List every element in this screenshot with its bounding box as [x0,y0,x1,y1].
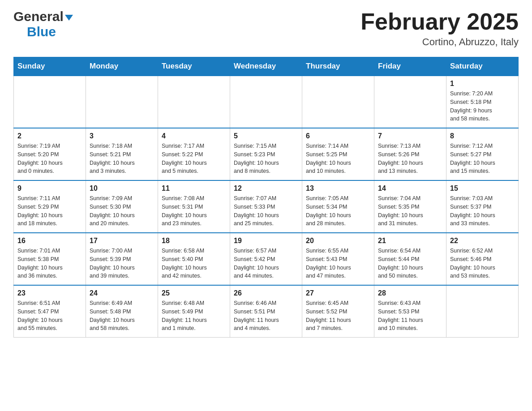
day-info: Sunrise: 7:09 AM Sunset: 5:30 PM Dayligh… [90,194,154,228]
calendar-cell: 3Sunrise: 7:18 AM Sunset: 5:21 PM Daylig… [86,128,158,180]
day-info: Sunrise: 7:12 AM Sunset: 5:27 PM Dayligh… [450,142,515,176]
day-info: Sunrise: 7:01 AM Sunset: 5:38 PM Dayligh… [17,247,82,280]
day-info: Sunrise: 7:13 AM Sunset: 5:26 PM Dayligh… [378,142,442,176]
calendar-cell: 19Sunrise: 6:57 AM Sunset: 5:42 PM Dayli… [230,233,302,285]
day-info: Sunrise: 6:49 AM Sunset: 5:48 PM Dayligh… [90,299,154,333]
calendar-cell [86,76,158,128]
day-info: Sunrise: 6:57 AM Sunset: 5:42 PM Dayligh… [234,247,298,280]
calendar-header-row: SundayMondayTuesdayWednesdayThursdayFrid… [14,57,519,76]
day-info: Sunrise: 7:00 AM Sunset: 5:39 PM Dayligh… [90,247,154,280]
calendar-cell: 10Sunrise: 7:09 AM Sunset: 5:30 PM Dayli… [86,180,158,233]
calendar-cell: 7Sunrise: 7:13 AM Sunset: 5:26 PM Daylig… [374,128,446,180]
day-info: Sunrise: 6:52 AM Sunset: 5:46 PM Dayligh… [450,247,515,280]
day-number: 6 [306,132,370,140]
calendar-week-row: 2Sunrise: 7:19 AM Sunset: 5:20 PM Daylig… [14,128,519,180]
calendar-cell: 21Sunrise: 6:54 AM Sunset: 5:44 PM Dayli… [374,233,446,285]
calendar-cell: 14Sunrise: 7:04 AM Sunset: 5:35 PM Dayli… [374,180,446,233]
calendar-table: SundayMondayTuesdayWednesdayThursdayFrid… [13,57,519,338]
day-info: Sunrise: 7:08 AM Sunset: 5:31 PM Dayligh… [162,194,226,228]
calendar-cell: 2Sunrise: 7:19 AM Sunset: 5:20 PM Daylig… [14,128,86,180]
calendar-cell: 16Sunrise: 7:01 AM Sunset: 5:38 PM Dayli… [14,233,86,285]
day-number: 7 [378,132,442,140]
calendar-title: February 2025 [360,9,519,34]
day-info: Sunrise: 7:19 AM Sunset: 5:20 PM Dayligh… [17,142,82,176]
day-info: Sunrise: 6:45 AM Sunset: 5:52 PM Dayligh… [306,299,370,333]
day-number: 9 [17,184,82,193]
day-number: 23 [17,289,82,297]
calendar-cell [158,76,230,128]
day-number: 18 [162,237,226,245]
calendar-week-row: 23Sunrise: 6:51 AM Sunset: 5:47 PM Dayli… [14,285,519,338]
day-info: Sunrise: 6:48 AM Sunset: 5:49 PM Dayligh… [162,299,226,333]
day-number: 8 [450,132,515,140]
day-info: Sunrise: 7:05 AM Sunset: 5:34 PM Dayligh… [306,194,370,228]
day-info: Sunrise: 6:43 AM Sunset: 5:53 PM Dayligh… [378,299,442,333]
day-info: Sunrise: 7:07 AM Sunset: 5:33 PM Dayligh… [234,194,298,228]
day-number: 12 [234,184,298,193]
day-of-week-header: Wednesday [230,57,302,76]
calendar-week-row: 16Sunrise: 7:01 AM Sunset: 5:38 PM Dayli… [14,233,519,285]
calendar-cell: 26Sunrise: 6:46 AM Sunset: 5:51 PM Dayli… [230,285,302,338]
day-info: Sunrise: 6:54 AM Sunset: 5:44 PM Dayligh… [378,247,442,280]
calendar-cell: 23Sunrise: 6:51 AM Sunset: 5:47 PM Dayli… [14,285,86,338]
calendar-cell [302,76,374,128]
day-info: Sunrise: 7:17 AM Sunset: 5:22 PM Dayligh… [162,142,226,176]
calendar-cell: 6Sunrise: 7:14 AM Sunset: 5:25 PM Daylig… [302,128,374,180]
day-number: 5 [234,132,298,140]
logo-blue-text: Blue [27,24,56,39]
day-of-week-header: Thursday [302,57,374,76]
calendar-cell: 1Sunrise: 7:20 AM Sunset: 5:18 PM Daylig… [446,76,519,128]
day-info: Sunrise: 6:51 AM Sunset: 5:47 PM Dayligh… [17,299,82,333]
calendar-cell: 17Sunrise: 7:00 AM Sunset: 5:39 PM Dayli… [86,233,158,285]
day-info: Sunrise: 6:46 AM Sunset: 5:51 PM Dayligh… [234,299,298,333]
day-number: 20 [306,237,370,245]
day-info: Sunrise: 7:14 AM Sunset: 5:25 PM Dayligh… [306,142,370,176]
calendar-subtitle: Cortino, Abruzzo, Italy [360,36,519,48]
calendar-cell: 24Sunrise: 6:49 AM Sunset: 5:48 PM Dayli… [86,285,158,338]
calendar-cell: 15Sunrise: 7:03 AM Sunset: 5:37 PM Dayli… [446,180,519,233]
day-number: 4 [162,132,226,140]
day-info: Sunrise: 7:18 AM Sunset: 5:21 PM Dayligh… [90,142,154,176]
day-info: Sunrise: 6:58 AM Sunset: 5:40 PM Dayligh… [162,247,226,280]
day-info: Sunrise: 7:20 AM Sunset: 5:18 PM Dayligh… [450,90,515,123]
day-number: 2 [17,132,82,140]
calendar-week-row: 1Sunrise: 7:20 AM Sunset: 5:18 PM Daylig… [14,76,519,128]
calendar-cell [230,76,302,128]
day-number: 13 [306,184,370,193]
day-number: 26 [234,289,298,297]
day-number: 21 [378,237,442,245]
logo-general-text: General [13,9,64,24]
day-number: 25 [162,289,226,297]
calendar-week-row: 9Sunrise: 7:11 AM Sunset: 5:29 PM Daylig… [14,180,519,233]
calendar-cell: 27Sunrise: 6:45 AM Sunset: 5:52 PM Dayli… [302,285,374,338]
day-info: Sunrise: 7:15 AM Sunset: 5:23 PM Dayligh… [234,142,298,176]
day-number: 19 [234,237,298,245]
day-info: Sunrise: 7:03 AM Sunset: 5:37 PM Dayligh… [450,194,515,228]
day-info: Sunrise: 7:04 AM Sunset: 5:35 PM Dayligh… [378,194,442,228]
calendar-cell [374,76,446,128]
day-number: 3 [90,132,154,140]
calendar-cell [14,76,86,128]
day-number: 14 [378,184,442,193]
calendar-cell: 13Sunrise: 7:05 AM Sunset: 5:34 PM Dayli… [302,180,374,233]
calendar-cell: 28Sunrise: 6:43 AM Sunset: 5:53 PM Dayli… [374,285,446,338]
day-number: 28 [378,289,442,297]
day-number: 16 [17,237,82,245]
day-info: Sunrise: 6:55 AM Sunset: 5:43 PM Dayligh… [306,247,370,280]
day-number: 10 [90,184,154,193]
calendar-cell: 20Sunrise: 6:55 AM Sunset: 5:43 PM Dayli… [302,233,374,285]
day-number: 11 [162,184,226,193]
day-of-week-header: Tuesday [158,57,230,76]
day-of-week-header: Monday [86,57,158,76]
calendar-cell: 18Sunrise: 6:58 AM Sunset: 5:40 PM Dayli… [158,233,230,285]
day-number: 17 [90,237,154,245]
page-header: General Blue February 2025 Cortino, Abru… [13,9,519,48]
calendar-cell: 25Sunrise: 6:48 AM Sunset: 5:49 PM Dayli… [158,285,230,338]
calendar-cell: 4Sunrise: 7:17 AM Sunset: 5:22 PM Daylig… [158,128,230,180]
calendar-cell: 5Sunrise: 7:15 AM Sunset: 5:23 PM Daylig… [230,128,302,180]
day-number: 22 [450,237,515,245]
calendar-cell: 9Sunrise: 7:11 AM Sunset: 5:29 PM Daylig… [14,180,86,233]
logo-triangle-icon [65,15,73,21]
day-of-week-header: Saturday [446,57,519,76]
calendar-cell: 11Sunrise: 7:08 AM Sunset: 5:31 PM Dayli… [158,180,230,233]
